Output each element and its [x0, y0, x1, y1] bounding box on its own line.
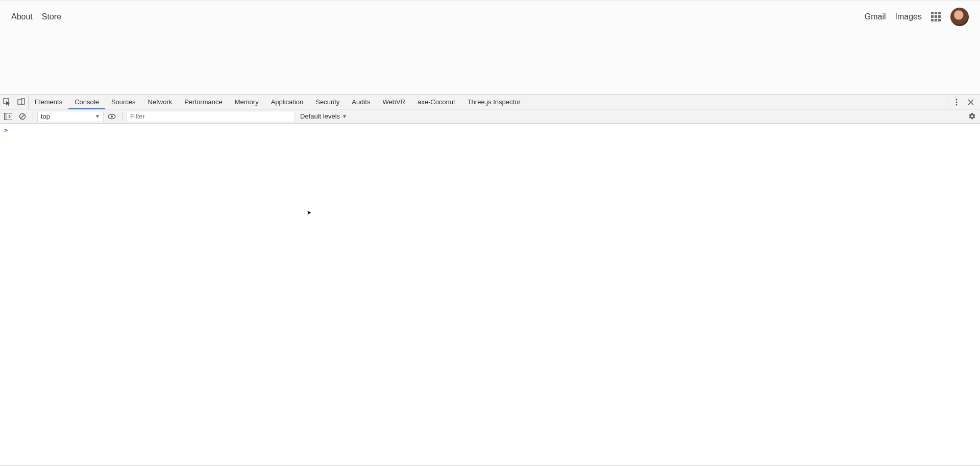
chevron-down-icon: ▼: [95, 113, 100, 119]
tab-sources[interactable]: Sources: [105, 95, 142, 109]
devtools-panel: Elements Console Sources Network Perform…: [0, 95, 980, 466]
tab-application[interactable]: Application: [265, 95, 310, 109]
tab-memory[interactable]: Memory: [229, 95, 265, 109]
console-settings-icon[interactable]: [966, 110, 978, 123]
svg-rect-2: [21, 99, 24, 104]
console-prompt: >: [4, 127, 8, 134]
tab-audits[interactable]: Audits: [346, 95, 376, 109]
avatar[interactable]: [950, 8, 969, 26]
svg-point-3: [956, 99, 958, 100]
console-body[interactable]: > ➤: [0, 124, 980, 466]
clear-console-icon[interactable]: [16, 110, 29, 123]
toggle-sidebar-icon[interactable]: [2, 110, 14, 123]
header-right: Gmail Images: [865, 8, 969, 26]
header-left: About Store: [11, 12, 61, 21]
execution-context-value: top: [41, 112, 50, 120]
tab-performance[interactable]: Performance: [178, 95, 228, 109]
devtools-tab-bar-right: [947, 95, 980, 109]
log-levels-dropdown[interactable]: Default levels ▼: [297, 112, 350, 120]
apps-grid-icon[interactable]: [931, 12, 941, 22]
tab-security[interactable]: Security: [309, 95, 346, 109]
device-toolbar-icon[interactable]: [14, 95, 29, 109]
svg-rect-7: [5, 113, 7, 120]
tab-network[interactable]: Network: [142, 95, 179, 109]
svg-point-4: [956, 101, 958, 103]
tab-axe-coconut[interactable]: axe-Coconut: [411, 95, 461, 109]
svg-point-5: [956, 104, 958, 105]
console-toolbar: top ▼ Default levels ▼: [0, 109, 980, 124]
close-icon[interactable]: [964, 95, 978, 109]
log-levels-label: Default levels: [300, 112, 340, 120]
page-header: About Store Gmail Images: [0, 1, 980, 26]
tab-elements[interactable]: Elements: [29, 95, 68, 109]
devtools-tab-bar: Elements Console Sources Network Perform…: [0, 95, 980, 109]
execution-context-dropdown[interactable]: top ▼: [37, 111, 104, 122]
tab-webvr[interactable]: WebVR: [376, 95, 411, 109]
svg-point-10: [111, 115, 113, 118]
mouse-cursor-icon: ➤: [307, 208, 312, 218]
page-content: About Store Gmail Images: [0, 0, 980, 95]
live-expression-icon[interactable]: [106, 110, 118, 123]
images-link[interactable]: Images: [895, 12, 922, 21]
filter-input[interactable]: [127, 111, 295, 122]
inspect-element-icon[interactable]: [0, 95, 14, 109]
about-link[interactable]: About: [11, 12, 33, 21]
chevron-down-icon: ▼: [342, 113, 347, 119]
gmail-link[interactable]: Gmail: [865, 12, 886, 21]
tab-console[interactable]: Console: [68, 95, 105, 109]
tab-threejs-inspector[interactable]: Three.js Inspector: [461, 95, 527, 109]
kebab-menu-icon[interactable]: [949, 95, 964, 109]
store-link[interactable]: Store: [42, 12, 61, 21]
